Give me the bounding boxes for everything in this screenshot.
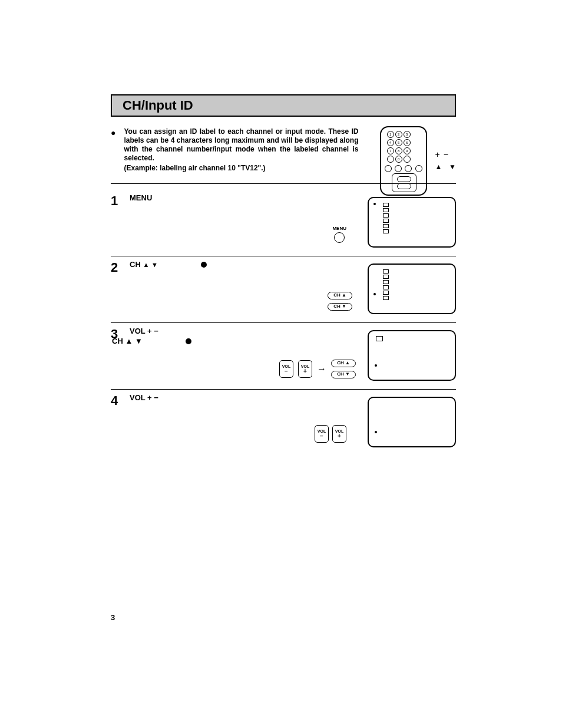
triangle-up-icon: ▲ xyxy=(143,261,149,268)
button-illustration-group: VOL− VOL+ → CH ▲ CH ▼ xyxy=(279,360,356,378)
intro-row: ● You can assign an ID label to each cha… xyxy=(111,127,456,173)
step-3: 3 VOL + − CH ▲ ▼ VOL− VOL+ → CH ▲ CH ▼ xyxy=(111,322,456,389)
osd-menu-icons xyxy=(383,269,450,300)
vol-up-button-illustration: VOL+ xyxy=(298,360,312,378)
section-title-bar: CH/Input ID xyxy=(111,94,456,117)
ch-down-button-illustration: CH ▼ xyxy=(331,371,356,378)
triangle-up-icon: ▲ xyxy=(435,163,442,171)
intro-example: (Example: labeling air channel 10 "TV12"… xyxy=(124,164,358,173)
remote-illustration-block: 123 456 789 0 +− ▲ ▼ xyxy=(380,126,456,196)
indicator-dot-icon xyxy=(375,364,377,367)
step-body: VOL + − VOL− VOL+ xyxy=(130,393,456,446)
plus-minus-label: +− xyxy=(435,149,456,161)
step-label: VOL + − xyxy=(130,393,356,402)
remote-mid-row xyxy=(385,165,422,172)
triangle-down-icon: ▼ xyxy=(449,163,456,171)
step-number: 1 xyxy=(111,193,130,209)
indicator-dot-icon xyxy=(375,431,377,433)
filled-circle-icon xyxy=(186,338,191,344)
triangle-up-icon: ▲ xyxy=(125,337,133,345)
step-body: MENU MENU xyxy=(130,193,456,246)
button-illustration-group: VOL− VOL+ xyxy=(315,425,346,443)
remote-number-pad: 123 456 789 0 xyxy=(387,131,411,163)
ch-up-button-illustration: CH ▲ xyxy=(331,360,356,367)
filled-circle-icon xyxy=(201,262,207,268)
step-2: 2 CH ▲ ▼ CH ▲ CH ▼ xyxy=(111,256,456,322)
step-number: 4 xyxy=(111,393,130,409)
indicator-dot-icon xyxy=(373,203,376,205)
step-sublabel: CH ▲ ▼ xyxy=(112,337,356,345)
osd-menu-icons xyxy=(383,203,450,233)
ch-down-button-illustration: CH ▼ xyxy=(328,303,352,311)
tv-screen-illustration xyxy=(368,330,456,381)
arrow-right-icon: → xyxy=(317,364,326,374)
osd-box-icon xyxy=(376,336,383,341)
ch-up-button-illustration: CH ▲ xyxy=(328,292,352,299)
intro-text: You can assign an ID label to each chann… xyxy=(124,127,358,163)
triangle-down-icon: ▼ xyxy=(135,337,143,345)
vol-down-button-illustration: VOL− xyxy=(279,360,293,378)
manual-page: CH/Input ID ● You can assign an ID label… xyxy=(0,0,562,728)
tv-screen-illustration xyxy=(368,397,456,447)
page-number: 3 xyxy=(111,613,115,622)
triangle-down-icon: ▼ xyxy=(151,261,158,268)
section-title: CH/Input ID xyxy=(123,98,444,113)
tv-screen-illustration xyxy=(368,263,456,314)
up-down-triangles: ▲ ▼ xyxy=(435,161,456,173)
remote-illustration: 123 456 789 0 xyxy=(380,126,427,196)
step-label: CH ▲ ▼ xyxy=(130,260,356,269)
step-number: 2 xyxy=(111,260,130,275)
step-1: 1 MENU MENU xyxy=(111,190,456,256)
remote-side-labels: +− ▲ ▼ xyxy=(435,149,456,172)
menu-circle-icon xyxy=(334,232,345,243)
step-label: MENU xyxy=(130,193,356,202)
indicator-dot-icon xyxy=(373,293,376,295)
bullet-icon: ● xyxy=(111,129,115,137)
menu-button-illustration: MENU xyxy=(332,226,346,243)
button-illustration-group: CH ▲ CH ▼ xyxy=(328,292,352,311)
step-body: CH ▲ ▼ CH ▲ CH ▼ xyxy=(130,260,456,313)
tv-screen-illustration xyxy=(368,197,456,248)
step-body: VOL + − CH ▲ ▼ VOL− VOL+ → CH ▲ CH ▼ xyxy=(130,327,456,380)
vol-up-button-illustration: VOL+ xyxy=(332,425,346,443)
vol-down-button-illustration: VOL− xyxy=(315,425,329,443)
intro-text-block: You can assign an ID label to each chann… xyxy=(124,127,358,173)
step-4: 4 VOL + − VOL− VOL+ xyxy=(111,389,456,464)
step-label: VOL + − xyxy=(130,327,356,335)
